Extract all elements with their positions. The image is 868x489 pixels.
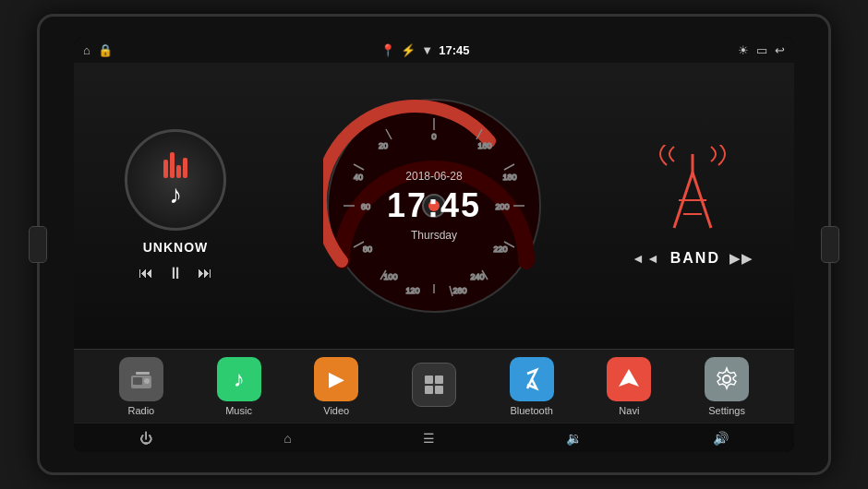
music-app-icon: ♪ xyxy=(217,357,261,401)
app-apps[interactable] xyxy=(412,363,456,411)
radio-tower-container xyxy=(646,145,739,241)
eq-bar-4 xyxy=(183,158,187,178)
svg-point-36 xyxy=(144,378,150,384)
status-bar: ⌂ 🔒 📍 ⚡ ▼ 17:45 ☀ ▭ ↩ xyxy=(74,37,794,63)
svg-text:120: 120 xyxy=(405,286,419,295)
main-content: ♪ UNKNOW ⏮ ⏸ ⏭ xyxy=(74,63,794,349)
app-dock: Radio ♪ Music ▶ Video xyxy=(74,349,794,423)
eq-bar-2 xyxy=(170,152,175,178)
car-stereo-device: ⌂ 🔒 📍 ⚡ ▼ 17:45 ☀ ▭ ↩ xyxy=(37,14,831,475)
apps-grid-icon xyxy=(412,363,456,407)
album-art[interactable]: ♪ xyxy=(125,129,226,231)
bluetooth-app-label: Bluetooth xyxy=(510,405,552,416)
touchscreen: ⌂ 🔒 📍 ⚡ ▼ 17:45 ☀ ▭ ↩ xyxy=(74,37,794,452)
music-note-app-icon: ♪ xyxy=(234,366,245,392)
home-nav-button[interactable]: ⌂ xyxy=(283,431,291,446)
bluetooth-svg-icon xyxy=(519,366,545,392)
menu-button[interactable]: ☰ xyxy=(423,431,435,446)
app-navi[interactable]: Navi xyxy=(607,357,651,416)
video-play-icon: ▶ xyxy=(329,367,344,391)
clock-gauge-panel: 0 20 40 60 80 xyxy=(277,63,591,349)
svg-text:240: 240 xyxy=(470,272,484,281)
radio-panel: ◄◄ BAND ▶▶ xyxy=(591,63,794,349)
app-radio[interactable]: Radio xyxy=(119,357,163,416)
svg-text:0: 0 xyxy=(431,132,436,141)
clock-date: 2018-06-28 xyxy=(387,170,481,183)
eq-bars xyxy=(163,150,187,178)
app-settings[interactable]: Settings xyxy=(705,357,749,416)
vol-up-button[interactable]: 🔊 xyxy=(713,431,729,446)
svg-text:220: 220 xyxy=(493,244,507,254)
right-knob xyxy=(821,226,839,263)
eq-bar-1 xyxy=(163,160,168,178)
svg-rect-41 xyxy=(435,386,443,394)
band-label: BAND xyxy=(670,250,720,267)
app-music[interactable]: ♪ Music xyxy=(217,357,261,416)
lock-icon: 🔒 xyxy=(98,43,113,57)
play-pause-button[interactable]: ⏸ xyxy=(167,264,184,283)
bluetooth-app-icon xyxy=(510,357,554,401)
next-button[interactable]: ⏭ xyxy=(198,265,212,281)
grid-svg-icon xyxy=(421,372,447,398)
app-bluetooth[interactable]: Bluetooth xyxy=(510,357,554,416)
clock-display: 2018-06-28 17:45 Thursday xyxy=(387,170,481,242)
music-panel: ♪ UNKNOW ⏮ ⏸ ⏭ xyxy=(74,63,277,349)
home-icon[interactable]: ⌂ xyxy=(83,43,90,57)
navi-svg-icon xyxy=(616,366,642,392)
svg-rect-35 xyxy=(133,377,142,385)
video-app-label: Video xyxy=(323,405,349,416)
wifi-icon: ▼ xyxy=(421,43,433,57)
vol-down-button[interactable]: 🔉 xyxy=(566,431,582,446)
navi-app-label: Navi xyxy=(619,405,639,416)
radio-tower-icon xyxy=(646,145,739,237)
app-video[interactable]: ▶ Video xyxy=(314,357,358,416)
power-button[interactable]: ⏻ xyxy=(139,431,152,446)
eq-bar-3 xyxy=(176,165,181,178)
status-left-icons: ⌂ 🔒 xyxy=(83,43,113,57)
nav-bar: ⏻ ⌂ ☰ 🔉 🔊 xyxy=(74,423,794,452)
svg-marker-42 xyxy=(619,369,639,387)
clock-day: Thursday xyxy=(387,229,481,242)
gauge-container: 0 20 40 60 80 xyxy=(323,95,545,316)
bluetooth-icon: ⚡ xyxy=(401,43,416,57)
brightness-icon[interactable]: ☀ xyxy=(738,43,749,57)
svg-text:180: 180 xyxy=(502,173,516,182)
band-controls: ◄◄ BAND ▶▶ xyxy=(632,250,753,267)
video-app-icon: ▶ xyxy=(314,357,358,401)
band-next-button[interactable]: ▶▶ xyxy=(729,251,753,266)
back-icon[interactable]: ↩ xyxy=(775,43,785,57)
music-app-label: Music xyxy=(225,405,252,416)
prev-button[interactable]: ⏮ xyxy=(139,265,153,281)
svg-rect-39 xyxy=(435,376,443,384)
svg-text:160: 160 xyxy=(477,141,491,150)
status-right-icons: ☀ ▭ ↩ xyxy=(738,43,785,57)
navi-app-icon xyxy=(607,357,651,401)
status-center-icons: 📍 ⚡ ▼ 17:45 xyxy=(380,43,469,57)
clock-time: 17:45 xyxy=(387,186,481,225)
svg-rect-38 xyxy=(425,376,433,384)
left-knob xyxy=(29,226,47,263)
settings-svg-icon xyxy=(714,366,740,392)
battery-icon: ▭ xyxy=(756,43,767,57)
settings-app-label: Settings xyxy=(708,405,745,416)
svg-rect-37 xyxy=(136,372,150,375)
svg-text:40: 40 xyxy=(354,173,363,182)
svg-text:60: 60 xyxy=(361,202,370,211)
playback-controls: ⏮ ⏸ ⏭ xyxy=(139,264,212,283)
status-time: 17:45 xyxy=(439,43,469,57)
music-note-icon: ♪ xyxy=(169,180,182,209)
svg-rect-40 xyxy=(425,386,433,394)
svg-point-43 xyxy=(723,376,730,383)
svg-text:200: 200 xyxy=(495,202,509,211)
location-icon: 📍 xyxy=(380,43,395,57)
settings-app-icon xyxy=(705,357,749,401)
radio-app-label: Radio xyxy=(127,405,154,416)
svg-text:20: 20 xyxy=(379,141,388,150)
svg-text:260: 260 xyxy=(452,286,466,295)
svg-text:100: 100 xyxy=(383,272,397,281)
radio-svg-icon xyxy=(128,366,154,392)
track-name: UNKNOW xyxy=(143,240,209,255)
radio-app-icon xyxy=(119,357,163,401)
svg-text:80: 80 xyxy=(363,244,372,254)
band-prev-button[interactable]: ◄◄ xyxy=(632,251,661,266)
